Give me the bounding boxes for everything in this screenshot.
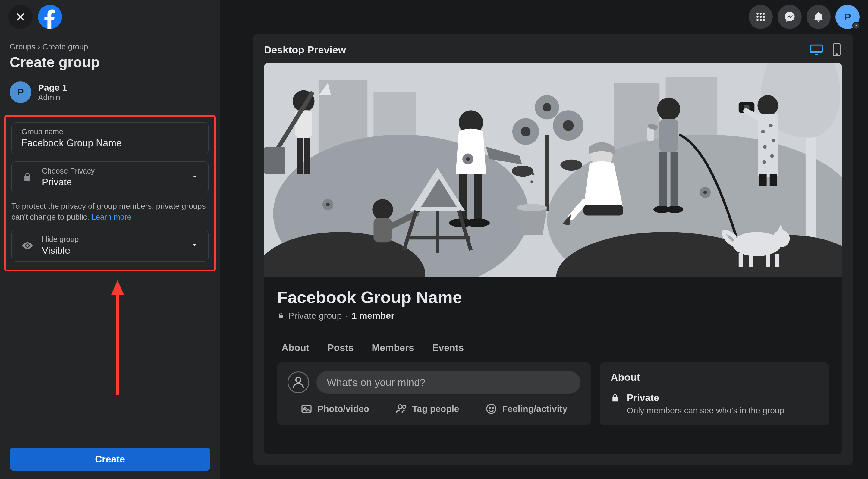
chevron-down-icon (854, 24, 858, 28)
svg-point-91 (763, 145, 767, 149)
breadcrumb-root[interactable]: Groups (10, 42, 35, 51)
messenger-button[interactable] (778, 5, 802, 29)
action-tag-people[interactable]: Tag people (395, 403, 459, 415)
breadcrumb-current: Create group (42, 42, 88, 51)
visibility-value: Visible (42, 245, 182, 256)
avatar-dropdown-badge (852, 22, 860, 30)
composer-placeholder: What's on your mind? (327, 377, 426, 388)
svg-point-10 (760, 19, 762, 21)
arrow-annotation (105, 277, 130, 398)
preview-heading: Desktop Preview (264, 44, 346, 56)
preview-group-name: Facebook Group Name (277, 287, 829, 307)
svg-point-100 (466, 157, 470, 161)
svg-marker-13 (111, 280, 124, 295)
svg-rect-35 (264, 147, 285, 174)
about-privacy-title: Private (627, 392, 784, 404)
svg-point-57 (517, 204, 547, 211)
svg-point-58 (372, 199, 393, 220)
person-icon (291, 375, 306, 389)
privacy-label: Choose Privacy (42, 167, 182, 175)
chevron-down-icon (191, 241, 198, 249)
preview-tabs: About Posts Members Events (264, 333, 842, 362)
svg-point-88 (761, 130, 765, 133)
tab-posts[interactable]: Posts (327, 342, 353, 353)
learn-more-link[interactable]: Learn more (91, 213, 131, 221)
smiley-icon (485, 403, 497, 415)
svg-point-90 (772, 139, 775, 142)
close-icon (15, 11, 26, 22)
about-heading: About (611, 372, 818, 383)
avatar-letter: P (844, 11, 851, 23)
lock-icon (277, 312, 284, 319)
admin-role: Admin (38, 93, 67, 102)
svg-point-11 (763, 19, 765, 21)
svg-point-3 (756, 13, 758, 15)
svg-point-53 (560, 160, 582, 170)
about-privacy-desc: Only members can see who's in the group (627, 405, 784, 416)
close-button[interactable] (8, 5, 33, 29)
preview-group-meta: Private group · 1 member (277, 311, 829, 321)
menu-button[interactable] (749, 5, 773, 29)
desktop-preview-icon[interactable] (809, 43, 824, 57)
tag-people-icon (395, 403, 407, 415)
breadcrumb-sep: › (38, 42, 40, 51)
create-button[interactable]: Create (10, 448, 210, 471)
privacy-value: Private (42, 177, 182, 188)
messenger-icon (784, 11, 796, 23)
mobile-preview-icon[interactable] (831, 43, 842, 57)
svg-line-75 (650, 126, 655, 127)
preview-card: Facebook Group Name Private group · 1 me… (264, 63, 842, 454)
apps-grid-icon (755, 11, 766, 22)
composer-input[interactable]: What's on your mind? (316, 371, 581, 394)
notifications-button[interactable] (807, 5, 831, 29)
privacy-field[interactable]: Choose Privacy Private (11, 161, 209, 193)
svg-point-4 (760, 13, 762, 15)
account-avatar[interactable]: P (835, 5, 860, 29)
meta-privacy: Private group (288, 311, 342, 321)
admin-avatar: P (10, 81, 31, 103)
svg-rect-82 (775, 254, 779, 266)
svg-point-9 (756, 19, 758, 21)
group-name-input[interactable] (22, 137, 198, 149)
svg-point-89 (769, 124, 773, 127)
svg-point-108 (487, 404, 496, 413)
svg-rect-38 (474, 174, 482, 220)
preview-panel: Desktop Preview (253, 34, 853, 465)
photo-icon (301, 403, 313, 415)
facebook-logo[interactable] (38, 5, 62, 29)
svg-point-40 (465, 219, 490, 227)
composer-avatar (287, 372, 309, 393)
svg-point-109 (489, 407, 490, 408)
page-title: Create group (10, 54, 210, 70)
lock-icon (22, 172, 33, 182)
svg-point-93 (763, 160, 766, 164)
action-photo-video[interactable]: Photo/video (301, 403, 369, 415)
tab-members[interactable]: Members (372, 342, 414, 353)
breadcrumb: Groups › Create group (10, 42, 210, 52)
svg-rect-59 (373, 218, 392, 243)
svg-point-110 (492, 407, 493, 408)
svg-point-68 (657, 98, 680, 121)
svg-point-83 (757, 95, 778, 116)
svg-point-52 (512, 166, 534, 177)
admin-info[interactable]: P Page 1 Admin (10, 81, 210, 103)
meta-sep: · (345, 311, 348, 321)
group-name-label: Group name (22, 127, 198, 136)
action-feeling-activity[interactable]: Feeling/activity (485, 403, 567, 415)
svg-point-73 (666, 206, 684, 213)
tab-about[interactable]: About (281, 342, 309, 353)
tab-events[interactable]: Events (432, 342, 464, 353)
svg-rect-71 (671, 152, 678, 207)
eye-icon (22, 240, 33, 251)
privacy-helper-text: To protect the privacy of group members,… (11, 201, 209, 223)
svg-point-107 (403, 405, 406, 408)
chevron-down-icon (191, 172, 198, 181)
highlight-annotation: Group name Choose Privacy Private To pro… (4, 115, 216, 272)
composer: What's on your mind? Photo/video Tag peo… (277, 362, 591, 425)
visibility-field[interactable]: Hide group Visible (11, 230, 209, 262)
svg-point-18 (836, 54, 837, 55)
cover-image (264, 63, 842, 277)
group-name-field[interactable]: Group name (11, 122, 209, 154)
svg-point-7 (760, 16, 762, 18)
svg-rect-87 (770, 174, 777, 186)
